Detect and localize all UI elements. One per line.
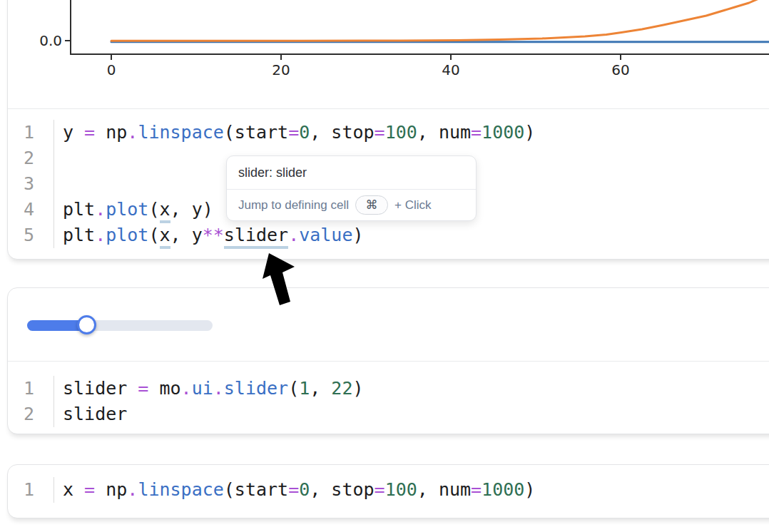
line-number: 4 [8,197,54,222]
code-text: slider = mo.ui.slider(1, 22) [54,376,364,401]
line-number: 1 [8,120,54,145]
code-line[interactable]: 1slider = mo.ui.slider(1, 22) [8,376,769,401]
line-number: 2 [8,401,54,427]
slider-track[interactable] [27,320,213,331]
code-text: plt.plot(x, y**slider.value) [54,222,364,248]
command-key-badge: ⌘ [355,195,388,215]
code-text [54,145,63,171]
notebook-cell-slider: 1slider = mo.ui.slider(1, 22)2slider [7,287,769,434]
code-text: y = np.linspace(start=0, stop=100, num=1… [54,120,535,145]
code-editor[interactable]: 1x = np.linspace(start=0, stop=100, num=… [8,465,769,516]
plot-series [111,0,760,41]
code-text: x = np.linspace(start=0, stop=100, num=1… [54,477,535,503]
x-tick-label: 0 [107,61,116,78]
code-line[interactable]: 1x = np.linspace(start=0, stop=100, num=… [8,477,769,503]
line-number: 3 [8,171,54,197]
y-tick-label: 0.0 [39,32,62,49]
notebook-cell-x: 1x = np.linspace(start=0, stop=100, num=… [7,464,769,518]
line-number: 5 [8,222,54,248]
variable-tooltip: slider: slider Jump to defining cell ⌘ +… [226,155,477,221]
line-number: 2 [8,145,54,171]
tooltip-click-hint: + Click [394,198,431,213]
slider-handle[interactable] [77,315,96,334]
tooltip-title: slider: slider [227,156,476,190]
x-tick-label: 20 [272,61,290,78]
code-line[interactable]: 5plt.plot(x, y**slider.value) [8,222,769,248]
x-tick-label: 60 [611,61,629,78]
x-tick-label: 40 [442,61,459,78]
code-line[interactable]: 2slider [8,401,769,427]
slider-output-area [8,288,769,361]
code-text: plt.plot(x, y) [54,197,213,222]
line-number: 1 [8,477,54,503]
code-line[interactable]: 1y = np.linspace(start=0, stop=100, num=… [8,120,769,145]
tooltip-action-label: Jump to defining cell [238,198,349,213]
code-editor[interactable]: 1slider = mo.ui.slider(1, 22)2slider [8,361,769,432]
tooltip-action-row: Jump to defining cell ⌘ + Click [227,190,476,220]
code-text: slider [54,401,127,427]
matplotlib-chart: 0.00204060 [0,0,769,109]
code-text [54,171,63,197]
command-icon: ⌘ [365,198,377,213]
line-number: 1 [8,376,54,401]
